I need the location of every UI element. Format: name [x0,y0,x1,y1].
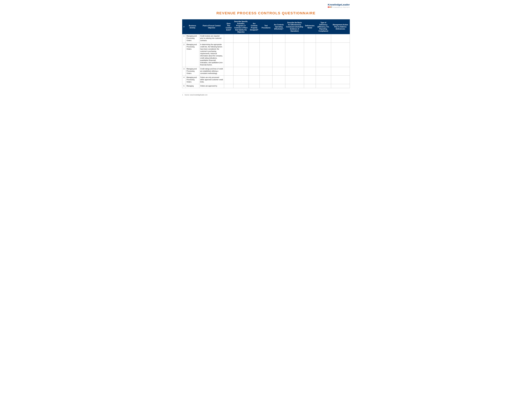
cell-num-4: 4 [182,75,186,84]
logo-area: KnowledgeLeader POWERED BY PROTIVITI [182,3,350,8]
logo-dot-red [328,6,329,8]
cell-col5-2 [233,43,249,67]
cell-col5-5 [233,84,249,88]
cell-col4-3 [224,67,233,75]
cell-col10-1 [304,34,316,43]
footer-source: Source: www.knowledgeleader.com [185,94,208,96]
footer-footnote: 1 [182,94,183,96]
cell-col7-4 [260,75,272,84]
cell-col10-4 [304,75,316,84]
cell-col8-5 [272,84,285,88]
cell-col7-5 [260,84,272,88]
cell-col12-1 [331,34,350,43]
cell-num-2: 2 [182,43,186,67]
col-header-activity: Business Activity [186,19,199,34]
cell-activity-4: Managing and Processing Orders [186,75,199,84]
logo-powered-by: POWERED BY PROTIVITI [333,7,350,8]
cell-objective-1: Credit reviews are required prior to ent… [199,34,224,43]
cell-col6-1 [249,34,260,43]
cell-num-1: 1 [182,34,186,43]
cell-col8-3 [272,67,285,75]
table-row: 4 Managing and Processing Orders Orders … [182,75,350,84]
logo-dot-orange [329,6,331,8]
col-header-objective: Point of Focus/ Control Objective [199,19,224,34]
col-header-exist: Does This Control Exist? [224,19,233,34]
cell-objective-2: In determining the appropriate credit li… [199,43,224,67]
cell-col5-4 [233,75,249,84]
cell-col6-2 [249,43,260,67]
cell-col5-1 [233,34,249,43]
table-row: 1 Managing and Processing Orders Credit … [182,34,350,43]
cell-objective-5: Orders are approved by [199,84,224,88]
cell-objective-4: Orders are only processed within approve… [199,75,224,84]
cell-col4-1 [224,34,233,43]
table-row: 5 Managing Orders are approved by [182,84,350,88]
col-header-properly: Are Controls Properly Designed? [249,19,260,34]
cell-col6-5 [249,84,260,88]
col-header-management: Management Action Plan to Address Defici… [331,19,350,34]
cell-col4-5 [224,84,233,88]
cell-col4-4 [224,75,233,84]
cell-col11-4 [316,75,331,84]
cell-col9-1 [285,34,304,43]
table-row: 2 Managing and Processing Orders In dete… [182,43,350,67]
cell-activity-2: Managing and Processing Orders [186,43,199,67]
col-header-operating: Are Controls Operating Effectively? [272,19,285,34]
controls-table: # Business Activity Point of Focus/ Cont… [182,19,350,88]
cell-col12-4 [331,75,350,84]
col-header-basis: Describe the Basis for Effectiveness Con… [285,19,304,34]
cell-col8-2 [272,43,285,67]
logo-dot-gray [331,6,332,8]
page-title: REVENUE PROCESS CONTROLS QUESTIONNAIRE [182,11,350,15]
cell-col5-3 [233,67,249,75]
cell-col10-5 [304,84,316,88]
cell-col10-3 [304,67,316,75]
col-header-describe: Describe Specific Activities, Programs o… [233,19,249,34]
cell-col7-1 [260,34,272,43]
col-header-type: Type of Deficiency (Efficiency, Fin. Rep… [316,19,331,34]
cell-col7-3 [260,67,272,75]
cell-col11-3 [316,67,331,75]
cell-col12-3 [331,67,350,75]
cell-col11-1 [316,34,331,43]
footer: 1 Source: www.knowledgeleader.com [182,93,350,96]
cell-col6-3 [249,67,260,75]
cell-col6-4 [249,75,260,84]
logo-name: KnowledgeLeader [328,3,350,6]
cell-activity-5: Managing [186,84,199,88]
cell-col8-1 [272,34,285,43]
table-header-row: # Business Activity Point of Focus/ Cont… [182,19,350,34]
cell-num-5: 5 [182,84,186,88]
cell-col4-2 [224,43,233,67]
col-header-deficiencies: Deficiencies Noted [304,19,316,34]
cell-activity-1: Managing and Processing Orders [186,34,199,43]
cell-col12-2 [331,43,350,67]
cell-col9-3 [285,67,304,75]
cell-col7-2 [260,43,272,67]
table-row: 3 Managing and Processing Orders Credit … [182,67,350,75]
cell-col11-2 [316,43,331,67]
cell-activity-3: Managing and Processing Orders [186,67,199,75]
col-header-test: Test Procedures [260,19,272,34]
cell-num-3: 3 [182,67,186,75]
col-header-num: # [182,19,186,34]
cell-col11-5 [316,84,331,88]
cell-col10-2 [304,43,316,67]
cell-col9-4 [285,75,304,84]
cell-objective-3: Credit ratings and lines of credit are e… [199,67,224,75]
cell-col9-5 [285,84,304,88]
cell-col12-5 [331,84,350,88]
cell-col8-4 [272,75,285,84]
cell-col9-2 [285,43,304,67]
